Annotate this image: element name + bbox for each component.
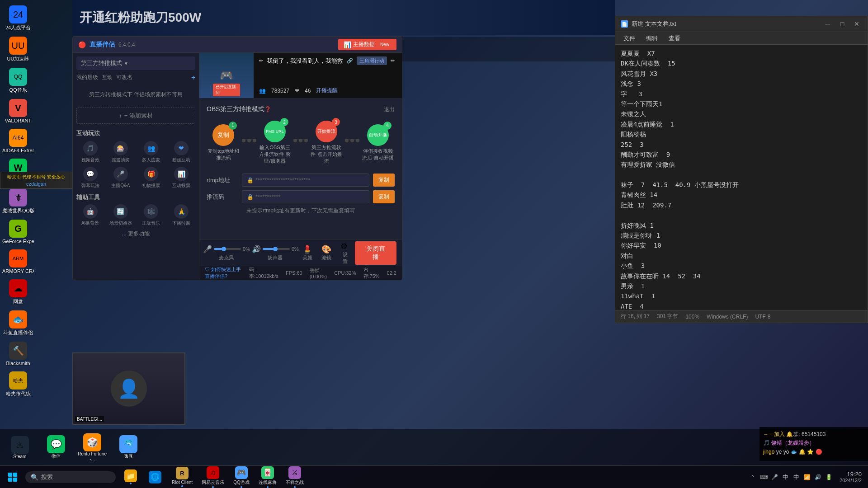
tray-mic-icon[interactable]: 🎤	[770, 473, 779, 482]
rtmp-copy-button[interactable]: 复制	[373, 174, 395, 187]
taskbar-app-explorer[interactable]: 📁	[119, 469, 142, 485]
int-icon-video[interactable]: 🎵 视频音效	[76, 141, 104, 163]
int-icon-gift[interactable]: 🎁 礼物投票	[137, 167, 165, 189]
more-features[interactable]: ... 更多功能	[76, 230, 195, 238]
taskbar-tray: ^ ⌨ 🎤 中 中 📶 🔊 🔋	[748, 473, 833, 482]
desktop-icon-qq[interactable]: QQ QQ音乐	[2, 66, 34, 95]
interactive-icons2: 💬 弹幕玩法 🎤 主播Q&A 🎁 礼物投票 📊 互动投票	[76, 167, 195, 189]
desktop-icon-geforce[interactable]: G GeForce Experience	[2, 218, 34, 246]
filter-label: 滤镜	[321, 254, 331, 261]
tray-lang-button[interactable]: 中	[781, 473, 790, 482]
open-live-btn[interactable]: 开播提醒	[316, 87, 338, 94]
sidebar-tool-interact[interactable]: 互动	[102, 74, 113, 82]
bottom-icon-steam[interactable]: ♨ Steam	[4, 436, 36, 459]
streaming-version: 6.4.0.4	[118, 42, 338, 48]
int-icon-qa[interactable]: 🎤 主播Q&A	[107, 167, 134, 189]
speaker-icon[interactable]: 🔊	[252, 245, 261, 253]
speaker-slider[interactable]	[263, 248, 290, 250]
utility-section: 辅助工具	[76, 193, 195, 202]
notepad-minimize-button[interactable]: ─	[822, 19, 833, 29]
notepad-win-buttons: ─ □ ✕	[822, 19, 862, 29]
tray-expand-button[interactable]: ^	[748, 473, 757, 482]
mic-icon[interactable]: 🎤	[203, 245, 212, 253]
utility-scene[interactable]: 🔄 场景切换器	[107, 204, 134, 226]
tray-network-icon[interactable]: 📶	[802, 473, 811, 482]
taskbar-app-qqgame[interactable]: 🎮 QQ游戏	[230, 465, 253, 488]
sidebar-tool-level[interactable]: 我的层级	[76, 74, 98, 82]
bottom-icon-haitun[interactable]: 🐬 嗨豚	[112, 435, 145, 460]
preview-thumb: 🎮 已开启直播间	[199, 53, 254, 98]
status-cpu: CPU:32%	[334, 270, 356, 276]
menu-file[interactable]: 文件	[619, 33, 640, 44]
speaker-control: 🔊 0% 扬声器	[254, 245, 297, 261]
search-icon: 🔍	[31, 474, 38, 481]
taskbar-app-netease[interactable]: ♫ 网易云音乐	[198, 465, 228, 488]
menu-view[interactable]: 查看	[664, 33, 685, 44]
sidebar-tool-rename[interactable]: 可改名	[116, 74, 132, 82]
mic-slider[interactable]	[214, 248, 241, 250]
filter-control[interactable]: 🎨 滤镜	[321, 244, 331, 261]
int-icon-danmu[interactable]: 💬 弹幕玩法	[76, 167, 104, 189]
settings-control[interactable]: ⚙ 设置	[340, 241, 349, 265]
desktop-icon-aida64[interactable]: AI64 AIDA64 Extreme	[2, 127, 34, 155]
desktop-icon-hajif[interactable]: 哈夫 哈夫市代练	[2, 370, 34, 399]
notepad-position: 行 16, 列 17	[621, 313, 650, 320]
taskbar-search[interactable]: 🔍 搜索	[25, 471, 116, 483]
beauty-control[interactable]: 💄 美颜	[302, 244, 312, 261]
obs-title: OBS第三方转推模式	[207, 105, 264, 113]
bottom-icon-wechat[interactable]: 💬 微信	[40, 435, 72, 460]
int-icon-lottery[interactable]: 🎰 摇篮抽奖	[107, 141, 134, 163]
push-copy-button[interactable]: 复制	[373, 190, 395, 203]
preview-game-tag: 三角洲行动	[357, 56, 387, 65]
menu-edit[interactable]: 编辑	[642, 33, 662, 44]
streaming-title: 直播伴侣	[90, 41, 115, 49]
tray-input-method[interactable]: 中	[792, 473, 801, 482]
desktop-icon-uu[interactable]: UU UU加速器	[2, 35, 34, 64]
obs-help-icon[interactable]: ❓	[264, 106, 271, 113]
start-button[interactable]	[4, 468, 22, 486]
desktop-icon-moyu[interactable]: 🗡 魔域世界QQ版	[2, 187, 34, 216]
top-banner: 开通红粉助跑刀500W	[72, 0, 615, 35]
preview-live-badge: 已开启直播间	[213, 84, 240, 96]
utility-end[interactable]: 🙏 下播时谢	[168, 204, 195, 226]
obs-step-1: 复制 1 复制tcp地址和推流码	[207, 124, 240, 161]
int-icon-fans[interactable]: ❤ 粉丝互动	[168, 141, 195, 163]
mic-icons: 🎤 0%	[203, 245, 250, 253]
taskbar-app-mahjong[interactable]: 🀄 连线麻将	[255, 465, 280, 488]
notepad-content[interactable]: 夏夏夏 X7 DK在人间凑数 15 风花雪月 X3 浅念 3 字 3 等一个下雨…	[615, 45, 868, 310]
mode-selector[interactable]: 第三方转推模式 ▼	[76, 56, 195, 70]
obs-exit-button[interactable]: 退出	[384, 106, 395, 113]
obs-step-connector-1	[242, 139, 256, 140]
int-icon-vote[interactable]: 📊 互动投票	[168, 167, 195, 189]
desktop-icon-valorant[interactable]: V VALORANT	[2, 97, 34, 125]
utility-ai[interactable]: 🤖 AI换背景	[76, 204, 104, 226]
webcam-overlay: 👤 BATTLEGI...	[72, 352, 185, 425]
obs-step-circle-3[interactable]: 开始推流 3	[316, 121, 337, 142]
desktop-icon-163[interactable]: ☁ 网盘	[2, 277, 34, 307]
taskbar-app-edge[interactable]: 🌐	[144, 470, 166, 484]
obs-step-connector-3	[345, 139, 359, 140]
taskbar-app-battle[interactable]: ⚔ 不祥之战	[282, 465, 307, 488]
clock-time: 19:20	[847, 471, 862, 478]
desktop-icon-24game[interactable]: 24 24人战平台	[2, 4, 34, 33]
utility-music[interactable]: 🎼 正版音乐	[137, 204, 165, 226]
notepad-close-button[interactable]: ✕	[851, 19, 862, 29]
tray-volume-icon[interactable]: 🔊	[813, 473, 822, 482]
desktop-icon-douyu[interactable]: 🐟 斗鱼直播伴侣	[2, 309, 34, 338]
bottom-icon-rento[interactable]: 🎲 Rento Fortune -...	[76, 433, 108, 461]
taskbar-clock[interactable]: 19:20 2024/12/2	[837, 470, 864, 484]
notepad-maximize-button[interactable]: □	[837, 19, 848, 29]
status-help[interactable]: ♡ 如何快速上手直播伴侣?	[205, 266, 242, 280]
host-data-button[interactable]: 📊 主播数据 New	[338, 39, 396, 50]
notepad-window: 📄 新建 文本文档.txt ─ □ ✕ 文件 编辑 查看 夏夏夏 X7 DK在人…	[615, 16, 868, 323]
desktop-icon-armory[interactable]: ARM ARMORY CRATE	[2, 248, 34, 276]
taskbar-app-riot[interactable]: R Riot Client	[168, 466, 196, 488]
desktop-icon-bs[interactable]: 🔨 Blacksmith	[2, 340, 34, 368]
go-live-button[interactable]: 关闭直播	[355, 241, 396, 265]
add-source-button[interactable]: + + 添加素材	[76, 108, 195, 124]
tray-keyboard-icon[interactable]: ⌨	[759, 473, 768, 482]
notepad-statusbar: 行 16, 列 17 301 字节 100% Windows (CRLF) UT…	[615, 310, 868, 323]
notepad-chars: 301 字节	[657, 313, 678, 320]
int-icon-multi[interactable]: 👥 多人连麦	[137, 141, 165, 163]
sidebar-add-btn[interactable]: +	[191, 74, 195, 82]
